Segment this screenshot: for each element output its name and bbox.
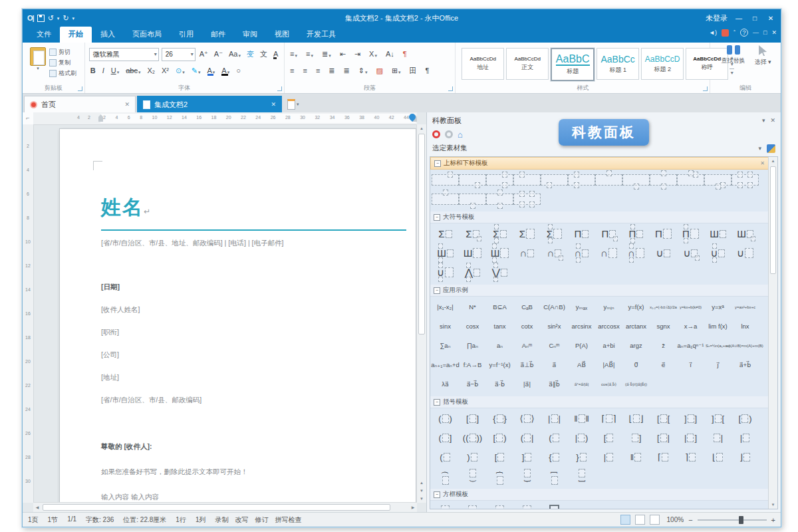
template-cell[interactable]: arccosx [595, 317, 622, 336]
template-cell[interactable]: lnx [732, 317, 759, 336]
zoom-out-button[interactable]: − [688, 516, 692, 524]
collapse-icon[interactable]: − [434, 287, 440, 294]
template-cell[interactable]: aₙ=a₁qⁿ⁻¹ [677, 336, 704, 355]
recipient-line[interactable]: [地址] [101, 373, 406, 382]
template-cell[interactable]: Ш [459, 243, 486, 263]
template-cell[interactable] [459, 501, 486, 509]
template-cell[interactable]: arctanx [622, 317, 650, 336]
template-cell[interactable]: [) [486, 428, 513, 448]
doc-hscroll-thumb[interactable] [43, 504, 390, 511]
zoom-slider-thumb[interactable] [739, 516, 743, 524]
status-toggle-修订[interactable]: 修订 [255, 515, 268, 525]
panel-scroll-down-icon[interactable]: ▼ [769, 501, 777, 509]
template-cell[interactable]: λa⃗ [432, 374, 459, 394]
new-doc-tab-button[interactable]: ▾ [283, 96, 303, 112]
template-cell[interactable]: m(A∪B)=m(A)+m(B) [732, 336, 759, 355]
template-cell[interactable]: ∏aₙ [459, 336, 486, 355]
template-cell[interactable]: aₙ [486, 336, 513, 355]
template-cell[interactable]: x₁,₂=(-b±√Δ)/2a [650, 297, 677, 317]
doc-tab-document[interactable]: 集成文档2✕ [137, 96, 282, 112]
template-cell[interactable] [595, 170, 622, 190]
next-page-icon[interactable]: ▼ [417, 495, 426, 503]
paragraph-mark-button[interactable]: ¶ [424, 66, 431, 75]
template-cell[interactable]: ][ [704, 409, 732, 428]
template-cell[interactable] [432, 190, 459, 209]
status-toggle-改写[interactable]: 改写 [235, 515, 248, 525]
template-cell[interactable]: [] [459, 409, 486, 428]
template-cell[interactable]: z̄ [650, 336, 677, 355]
template-cell[interactable]: { [541, 448, 568, 467]
template-cell[interactable]: yₘᵢₙ [595, 297, 622, 317]
recipient-line[interactable]: [公司] [101, 350, 406, 360]
template-cell[interactable] [541, 170, 568, 190]
status-toggle-拼写检查[interactable]: 拼写检查 [275, 515, 301, 525]
template-cell[interactable] [650, 170, 677, 190]
panel-scroll-up-icon[interactable]: ▲ [769, 157, 777, 165]
numbering-button[interactable]: ≡▾ [305, 49, 315, 59]
template-cell[interactable]: Ш [486, 243, 513, 263]
template-cell[interactable]: P(A) [568, 336, 595, 355]
template-cell[interactable]: || [541, 409, 568, 428]
template-cell[interactable]: Ш [704, 224, 732, 243]
doc-tab-home[interactable]: 首页✕ [24, 96, 136, 112]
panel-scrollbar[interactable]: ▲ ▼ [768, 157, 777, 509]
template-cell[interactable]: |AB⃗| [595, 355, 622, 374]
template-cell[interactable]: ⟨⟩ [513, 409, 541, 428]
template-cell[interactable]: Ш [432, 243, 459, 263]
italic-button[interactable]: I [101, 66, 106, 75]
template-cell[interactable]: ) [459, 448, 486, 467]
zoom-in-button[interactable]: + [771, 516, 775, 524]
increase-indent-button[interactable]: ⇥ [353, 49, 362, 59]
section-header-方框模板[interactable]: −方框模板 [430, 489, 769, 501]
template-cell[interactable]: | [704, 428, 732, 448]
maximize-icon[interactable]: □ [750, 15, 759, 22]
template-cell[interactable]: ⌊ [704, 448, 732, 467]
template-cell[interactable]: [ [541, 467, 568, 486]
template-cell[interactable]: (] [432, 428, 459, 448]
template-cell[interactable]: Σ [432, 224, 459, 243]
view-mode-page-icon[interactable] [620, 515, 630, 525]
template-cell[interactable]: ∪ [704, 243, 732, 263]
template-cell[interactable]: ∩ [595, 243, 622, 263]
template-cell[interactable]: cotx [513, 317, 541, 336]
template-cell[interactable] [677, 170, 704, 190]
template-cell[interactable] [622, 170, 650, 190]
find-replace-button[interactable]: 查找替换 [722, 45, 745, 84]
template-cell[interactable]: [[ [650, 409, 677, 428]
format-painter-button[interactable]: 格式刷 [49, 69, 76, 78]
show-marks-button[interactable]: ¶ [402, 49, 408, 59]
template-cell[interactable] [486, 170, 513, 190]
underline-button[interactable]: U▾ [110, 66, 120, 75]
template-cell[interactable]: ] [513, 448, 541, 467]
template-cell[interactable]: f:A→B [459, 355, 486, 374]
copy-button[interactable]: 复制 [49, 59, 76, 67]
template-cell[interactable]: y=f(x) [622, 297, 650, 317]
material-brush-icon[interactable] [767, 144, 775, 153]
status-toggle-录制[interactable]: 录制 [215, 515, 228, 525]
template-cell[interactable] [541, 501, 568, 509]
doc-vertical-scrollbar[interactable]: ▲ ▲ ▼ ▼ [416, 124, 426, 503]
template-cell[interactable] [513, 501, 541, 509]
ribbon-tab-引用[interactable]: 引用 [170, 27, 202, 43]
template-cell[interactable]: j⃗ [704, 355, 732, 374]
template-cell[interactable]: cos⟨a⃗,b⃗⟩ [595, 374, 622, 394]
align-center-button[interactable]: ≡ [301, 66, 308, 75]
restore-icon-2[interactable]: □ [763, 30, 767, 36]
cut-button[interactable]: 剪切 [49, 48, 76, 57]
borders-button[interactable]: ⊞▾ [390, 66, 402, 75]
styles-dialog-launcher[interactable] [703, 86, 708, 91]
template-cell[interactable]: Π [650, 224, 677, 243]
template-cell[interactable]: ⌋ [732, 448, 759, 467]
template-cell[interactable]: a⃗⊥b⃗ [513, 355, 541, 374]
template-cell[interactable]: Π [622, 224, 650, 243]
asian-layout-button[interactable]: X▾ [368, 49, 378, 59]
template-cell[interactable]: cosx [459, 317, 486, 336]
ribbon-tab-审阅[interactable]: 审阅 [234, 27, 266, 43]
promo-badge-icon[interactable] [722, 29, 729, 37]
doc-salutation[interactable]: 尊敬的 [收件人]: [101, 442, 406, 452]
font-name-combo[interactable]: 微软雅黑▾ [89, 48, 159, 61]
document-page[interactable]: 姓名↵ [省/市/自治区、市/县、地址、邮政编码] | [电话] | [电子邮件… [59, 128, 416, 503]
template-cell[interactable]: } [568, 448, 595, 467]
change-case-button[interactable]: Aa▾ [227, 49, 242, 59]
align-right-button[interactable]: ≡ [315, 66, 321, 75]
